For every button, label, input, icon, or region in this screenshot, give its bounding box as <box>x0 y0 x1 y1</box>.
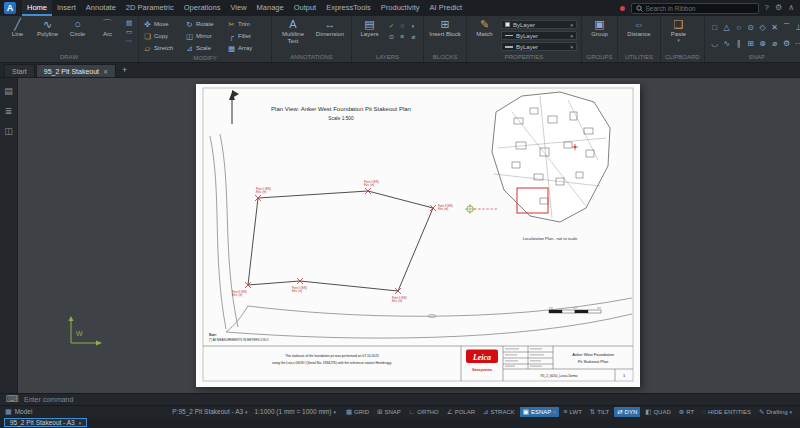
tool-insert-block[interactable]: ⊞Insert Block <box>428 18 462 38</box>
menu-ai-predict[interactable]: AI Predict <box>425 0 468 16</box>
svg-text:Elev. (m): Elev. (m) <box>364 183 374 187</box>
tool-trim[interactable]: ✂Trim <box>227 18 267 30</box>
snap-quadrant-icon[interactable]: ◇ <box>757 21 769 35</box>
layer-isolate-icon[interactable]: ◐ <box>408 20 419 31</box>
tool-dimension[interactable]: ↔Dimension <box>313 18 347 38</box>
tool-scale[interactable]: ⊿Scale <box>185 42 225 54</box>
snap-parallel-icon[interactable]: ∥ <box>733 37 745 51</box>
layer-off-icon[interactable]: ○ <box>397 20 408 31</box>
rectangle-icon[interactable]: ▭ <box>124 28 134 36</box>
tool-paste[interactable]: ❑Paste▾ <box>665 18 692 42</box>
color-control[interactable]: ByLayer▾ <box>501 20 577 29</box>
snap-endpoint-icon[interactable]: □ <box>709 21 721 35</box>
dropdown-value: ByLayer <box>516 44 538 50</box>
tool-circle[interactable]: ○Circle <box>64 18 91 38</box>
linetype-control[interactable]: ByLayer▾ <box>501 31 577 40</box>
help-icon[interactable]: ? <box>765 4 769 12</box>
menu-2d-parametric[interactable]: 2D Parametric <box>121 0 179 16</box>
properties-panel-icon[interactable]: ▤ <box>4 86 13 96</box>
tool-group[interactable]: ▣Group <box>586 18 613 38</box>
polar-toggle[interactable]: ∠POLAR <box>444 407 478 417</box>
app-logo[interactable]: A <box>4 2 16 14</box>
menu-view[interactable]: View <box>225 0 251 16</box>
chevron-down-icon: ▾ <box>570 44 573 50</box>
hide-entities-toggle[interactable]: ◌HIDE ENTITIES <box>699 407 754 417</box>
strack-toggle[interactable]: ⊿STRACK <box>480 407 518 417</box>
snap-perpendicular-icon[interactable]: ⊥ <box>793 21 800 35</box>
menu-productivity[interactable]: Productivity <box>376 0 425 16</box>
settings-gear-icon[interactable]: ⚙ <box>775 4 782 12</box>
tool-match-properties[interactable]: ✎Match <box>471 18 498 38</box>
ortho-toggle[interactable]: ∟ORTHO <box>406 407 442 417</box>
tool-stretch[interactable]: ▱Stretch <box>143 42 183 54</box>
dyn-toggle[interactable]: ⇄DYN <box>614 407 640 417</box>
more-draw-icon[interactable]: ⋯ <box>124 37 134 45</box>
drawing-canvas[interactable]: Plan View: Anker West Foundation Pit Sta… <box>18 78 800 393</box>
tool-move[interactable]: ✜Move <box>143 18 183 30</box>
tool-multiline-text[interactable]: AMultiline Text <box>276 18 310 44</box>
snap-tangent-icon[interactable]: ◡ <box>709 37 721 51</box>
snap-none-icon[interactable]: ⌀ <box>769 37 781 51</box>
snap-settings-icon[interactable]: ⚙ <box>781 37 793 51</box>
command-prompt[interactable]: Enter command <box>24 396 73 403</box>
layer-lock-icon[interactable]: ⊙ <box>386 31 397 42</box>
doc-tab-95-2-pit-stakeout[interactable]: 95_2 Pit Stakeout✕ <box>36 64 116 77</box>
model-indicator[interactable]: ▦ Model <box>5 408 32 416</box>
menu-annotate[interactable]: Annotate <box>81 0 121 16</box>
menu-operations[interactable]: Operations <box>179 0 226 16</box>
tool-fillet[interactable]: ╭Fillet <box>227 30 267 42</box>
layer-none-icon[interactable]: ⌀ <box>408 31 419 42</box>
layer-states-icon[interactable]: ≡ <box>397 31 408 42</box>
ribbon-collapse-icon[interactable]: ∧ <box>788 4 794 12</box>
tool-mirror[interactable]: ◫Mirror <box>185 30 225 42</box>
snap-more-icon[interactable]: ⋯ <box>793 37 800 51</box>
svg-text:W: W <box>76 330 83 337</box>
tool-arc[interactable]: ⌒Arc <box>94 18 121 38</box>
tool-polyline[interactable]: ∿Polyline <box>34 18 61 38</box>
tool-rotate[interactable]: ↻Rotate <box>185 18 225 30</box>
snap-apparent-icon[interactable]: ⊗ <box>757 37 769 51</box>
tool-layers[interactable]: ▤Layers <box>356 18 383 38</box>
sheets-panel-icon[interactable]: ◫ <box>4 126 13 136</box>
esnap-toggle[interactable]: ▣ESNAP▾ <box>520 407 559 417</box>
layer-on-icon[interactable]: ✓ <box>386 20 397 31</box>
tool-line[interactable]: ╱Line <box>4 18 31 38</box>
drafting-toggle[interactable]: ✎Drafting▾ <box>756 407 795 417</box>
scale-indicator[interactable]: 1:1000 (1 mm = 1000 mm)▾ <box>255 408 336 415</box>
tool-distance[interactable]: ⇔Distance <box>622 18 656 38</box>
doc-tab-start[interactable]: Start <box>4 64 35 77</box>
layers-panel-icon[interactable]: ≣ <box>5 106 13 116</box>
menu-insert[interactable]: Insert <box>52 0 81 16</box>
layout-tab-active[interactable]: 95_2 Pit Stakeout - A3 ▾ <box>4 418 87 427</box>
quad-toggle[interactable]: ◧QUAD <box>642 407 674 417</box>
ribbon-search[interactable] <box>631 3 759 14</box>
close-icon[interactable]: ✕ <box>103 68 108 75</box>
snap-intersection-icon[interactable]: ✕ <box>769 21 781 35</box>
command-line[interactable]: ⌨ Enter command <box>0 393 800 405</box>
new-tab-button[interactable]: + <box>117 65 132 77</box>
snap-toggle[interactable]: ⊞SNAP <box>374 407 404 417</box>
snap-nearest-icon[interactable]: ∿ <box>721 37 733 51</box>
tool-array[interactable]: ▦Array <box>227 42 267 54</box>
menu-home[interactable]: Home <box>22 0 52 16</box>
layout-indicator[interactable]: P:95_2 Pit Stakeout - A3▾ <box>172 408 247 415</box>
menu-manage[interactable]: Manage <box>252 0 289 16</box>
menu-expresstools[interactable]: ExpressTools <box>321 0 376 16</box>
tool-label: Insert Block <box>429 31 460 38</box>
grid-toggle[interactable]: ▦GRID <box>343 407 372 417</box>
lineweight-control[interactable]: ByLayer▾ <box>501 42 577 51</box>
tilt-toggle[interactable]: ⇅TILT <box>587 407 612 417</box>
lwt-toggle[interactable]: ≡LWT <box>561 407 585 417</box>
snap-insert-icon[interactable]: ⊞ <box>745 37 757 51</box>
menu-output[interactable]: Output <box>289 0 322 16</box>
ribbon-search-input[interactable] <box>646 5 754 12</box>
fillet-icon: ╭ <box>227 32 236 41</box>
hatch-icon[interactable]: ▨ <box>124 19 134 27</box>
titlebar: A HomeInsertAnnotate2D ParametricOperati… <box>0 0 800 16</box>
snap-extension-icon[interactable]: ⌒ <box>781 21 793 35</box>
snap-midpoint-icon[interactable]: △ <box>721 21 733 35</box>
snap-node-icon[interactable]: ⊙ <box>745 21 757 35</box>
snap-center-icon[interactable]: ○ <box>733 21 745 35</box>
rt-toggle[interactable]: ⊕RT <box>676 407 697 417</box>
tool-copy[interactable]: ❏Copy <box>143 30 183 42</box>
